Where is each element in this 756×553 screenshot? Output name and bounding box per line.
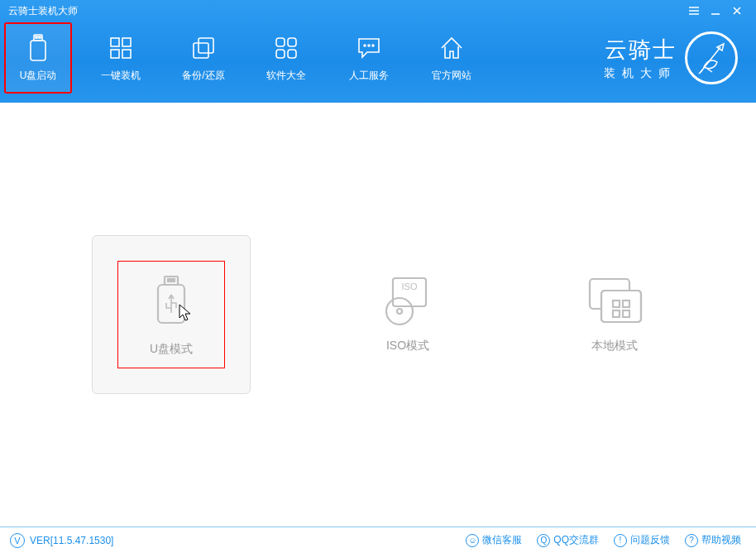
iso-disc-icon: ISO: [378, 276, 438, 325]
highlight-box: [117, 261, 225, 368]
nav-label: 官方网站: [432, 69, 471, 83]
footer-feedback[interactable]: ! 问题反馈: [609, 533, 675, 547]
minimize-button[interactable]: [705, 2, 726, 19]
nav-label: 软件大全: [266, 69, 306, 83]
main-area: U盘模式 ISO ISO模式 本地模式: [0, 103, 756, 527]
qq-icon: Q: [537, 534, 550, 547]
footer-wechat-support[interactable]: ☺ 微信客服: [461, 533, 527, 547]
footer-qq-group[interactable]: Q QQ交流群: [532, 533, 604, 547]
feedback-icon: !: [614, 534, 627, 547]
svg-point-15: [368, 45, 370, 46]
mode-local[interactable]: 本地模式: [565, 276, 664, 353]
svg-rect-1: [31, 41, 45, 60]
header: 云骑士装机大师 U盘启动 一键装机 备份/还原: [0, 0, 756, 103]
footer: V VER[11.5.47.1530] ☺ 微信客服 Q QQ交流群 ! 问题反…: [0, 527, 756, 553]
mode-usb[interactable]: U盘模式: [92, 235, 251, 394]
svg-rect-10: [276, 38, 285, 46]
footer-link-label: 帮助视频: [701, 533, 741, 547]
svg-rect-7: [122, 50, 131, 58]
usb-icon: [24, 34, 52, 62]
footer-link-label: 问题反馈: [630, 533, 670, 547]
svg-point-14: [364, 45, 366, 46]
local-windows-icon: [585, 276, 644, 325]
version-text: VER[11.5.47.1530]: [30, 535, 113, 546]
chat-icon: [355, 34, 383, 62]
home-icon: [438, 34, 466, 62]
svg-rect-11: [288, 38, 296, 46]
wechat-icon: ☺: [466, 534, 479, 547]
mode-iso[interactable]: ISO ISO模式: [358, 276, 457, 353]
mode-label: ISO模式: [386, 339, 429, 353]
nav-oneclick-install[interactable]: 一键装机: [88, 23, 154, 93]
nav-backup-restore[interactable]: 备份/还原: [170, 23, 237, 93]
close-button[interactable]: [726, 2, 748, 19]
nav-support[interactable]: 人工服务: [336, 23, 402, 93]
help-icon: ?: [685, 534, 698, 547]
brand-title: 云骑士: [604, 35, 677, 65]
svg-rect-13: [288, 50, 296, 58]
version-badge-icon: V: [10, 533, 25, 548]
footer-help-video[interactable]: ? 帮助视频: [680, 533, 746, 547]
svg-text:ISO: ISO: [402, 281, 418, 291]
minimize-icon: [711, 6, 720, 16]
svg-point-16: [372, 45, 374, 46]
footer-link-label: QQ交流群: [553, 533, 599, 547]
footer-link-label: 微信客服: [482, 533, 522, 547]
svg-point-23: [386, 298, 413, 325]
close-icon: [732, 6, 742, 16]
apps-icon: [272, 34, 300, 62]
nav-software[interactable]: 软件大全: [253, 23, 319, 93]
menu-icon: [688, 6, 700, 16]
nav-usb-boot[interactable]: U盘启动: [5, 23, 71, 93]
copy-icon: [189, 34, 218, 62]
titlebar: 云骑士装机大师: [0, 0, 756, 20]
nav-official-site[interactable]: 官方网站: [419, 23, 485, 93]
svg-rect-12: [276, 50, 285, 58]
knight-logo-icon: [685, 31, 738, 84]
svg-rect-8: [194, 43, 208, 58]
svg-rect-3: [39, 36, 41, 38]
nav-label: 一键装机: [101, 69, 141, 83]
windows-icon: [107, 34, 135, 62]
svg-rect-5: [122, 38, 131, 46]
nav-label: 人工服务: [349, 69, 389, 83]
app-title: 云骑士装机大师: [8, 4, 78, 18]
mode-label: 本地模式: [591, 339, 638, 353]
brand-subtitle: 装机大师: [604, 66, 677, 81]
menu-button[interactable]: [683, 2, 705, 19]
svg-rect-6: [111, 50, 119, 58]
nav-label: U盘启动: [20, 69, 57, 83]
svg-rect-4: [111, 38, 119, 46]
brand: 云骑士 装机大师: [604, 31, 738, 84]
svg-point-24: [397, 309, 402, 314]
svg-rect-2: [36, 36, 37, 38]
svg-rect-26: [601, 291, 641, 322]
nav-label: 备份/还原: [182, 69, 224, 83]
svg-rect-9: [199, 38, 213, 53]
